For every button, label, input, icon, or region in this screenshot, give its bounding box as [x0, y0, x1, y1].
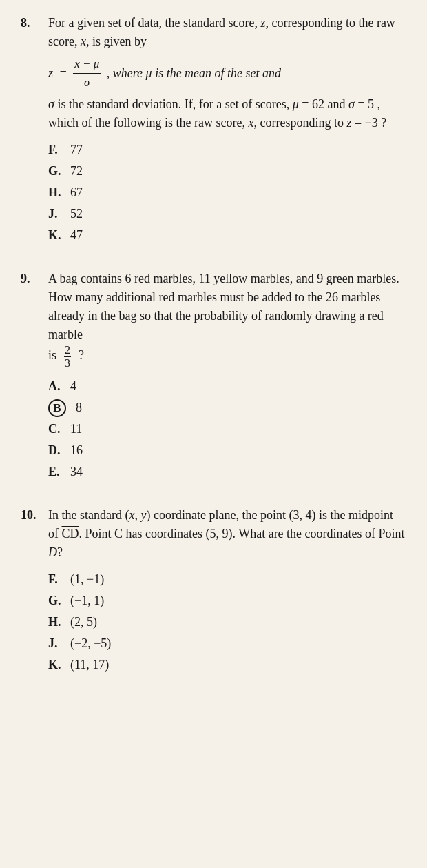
question-9-number: 9. — [21, 270, 41, 369]
q9-question-mark: ? — [76, 348, 85, 362]
q8-fraction-numerator: x − μ — [73, 55, 101, 74]
q8-fraction-denominator: σ — [83, 74, 91, 92]
answer-value-11: 11 — [70, 420, 82, 438]
question-10: 10. In the standard (x, y) coordinate pl… — [21, 506, 406, 674]
list-item: J. (−2, −5) — [48, 634, 406, 653]
answer-letter-k2: K. — [48, 656, 63, 674]
q8-continuation: σ is the standard deviation. If, for a s… — [48, 95, 406, 132]
answer-value-67: 67 — [70, 183, 83, 202]
list-item: K. (11, 17) — [48, 656, 406, 674]
list-item: J. 52 — [48, 205, 406, 223]
list-item: F. 77 — [48, 141, 406, 159]
list-item: H. 67 — [48, 183, 406, 202]
answer-value-47: 47 — [70, 226, 83, 245]
answer-letter-j2: J. — [48, 634, 63, 653]
answer-value-n11: (−1, 1) — [70, 592, 104, 610]
answer-value-72: 72 — [70, 162, 83, 181]
q9-is-text: is — [48, 348, 60, 362]
question-9-text: A bag contains 6 red marbles, 11 yellow … — [48, 270, 406, 369]
answer-letter-f2: F. — [48, 570, 63, 589]
question-10-number: 10. — [21, 506, 41, 562]
q10-text1: In the standard (x, y) coordinate plane,… — [48, 508, 405, 559]
answer-letter-a: A. — [48, 377, 63, 396]
q9-fraction-numerator: 2 — [64, 344, 71, 357]
q8-text-part1: For a given set of data, the standard sc… — [48, 16, 395, 48]
q9-answers: A. 4 B 8 C. 11 D. 16 E. 34 — [48, 377, 406, 481]
list-item: D. 16 — [48, 441, 406, 460]
answer-letter-h2: H. — [48, 613, 63, 632]
question-8-number: 8. — [21, 14, 41, 51]
question-8: 8. For a given set of data, the standard… — [21, 14, 406, 245]
list-item: F. (1, −1) — [48, 570, 406, 589]
answer-value-25: (2, 5) — [70, 613, 97, 632]
answer-value-1117: (11, 17) — [70, 656, 109, 674]
q9-fraction-denominator: 3 — [64, 357, 71, 370]
answer-value-1n1: (1, −1) — [70, 570, 104, 589]
answer-value-52: 52 — [70, 205, 83, 223]
answer-letter-d: D. — [48, 441, 63, 460]
answer-letter-e: E. — [48, 463, 63, 481]
q9-probability-fraction: 2 3 — [64, 344, 71, 369]
answer-value-n2n5: (−2, −5) — [70, 634, 111, 653]
q8-cont-text: σ is the standard deviation. If, for a s… — [48, 97, 386, 130]
cd-overline: CD — [62, 527, 79, 541]
answer-letter-j: J. — [48, 205, 63, 223]
q8-answers: F. 77 G. 72 H. 67 J. 52 K. 47 — [48, 141, 406, 245]
q8-formula: z = x − μ σ , where μ is the mean of the… — [48, 55, 281, 91]
question-10-text: In the standard (x, y) coordinate plane,… — [48, 506, 406, 562]
question-9: 9. A bag contains 6 red marbles, 11 yell… — [21, 270, 406, 481]
answer-letter-c: C. — [48, 420, 63, 438]
list-item: H. (2, 5) — [48, 613, 406, 632]
list-item: G. 72 — [48, 162, 406, 181]
answer-letter-g: G. — [48, 162, 63, 181]
q10-answers: F. (1, −1) G. (−1, 1) H. (2, 5) J. (−2, … — [48, 570, 406, 674]
q8-formula-line: z = x − μ σ , where μ is the mean of the… — [48, 55, 406, 91]
answer-value-34: 34 — [70, 463, 83, 481]
list-item: B 8 — [48, 398, 406, 417]
answer-value-8: 8 — [76, 398, 82, 417]
answer-letter-b-circled: B — [48, 398, 69, 417]
answer-letter-k: K. — [48, 226, 63, 245]
answer-letter-f: F. — [48, 141, 63, 159]
q9-main-text: A bag contains 6 red marbles, 11 yellow … — [48, 272, 399, 341]
answer-value-16: 16 — [70, 441, 83, 460]
q8-formula-note: , where μ is the mean of the set and — [103, 64, 281, 83]
list-item: K. 47 — [48, 226, 406, 245]
q8-fraction: x − μ σ — [73, 55, 101, 91]
list-item: E. 34 — [48, 463, 406, 481]
answer-letter-h: H. — [48, 183, 63, 202]
answer-value-4: 4 — [70, 377, 76, 396]
list-item: A. 4 — [48, 377, 406, 396]
answer-letter-g2: G. — [48, 592, 63, 610]
circled-b: B — [48, 399, 66, 417]
answer-value-77: 77 — [70, 141, 83, 159]
list-item: C. 11 — [48, 420, 406, 438]
list-item: G. (−1, 1) — [48, 592, 406, 610]
question-8-text: For a given set of data, the standard sc… — [48, 14, 406, 51]
